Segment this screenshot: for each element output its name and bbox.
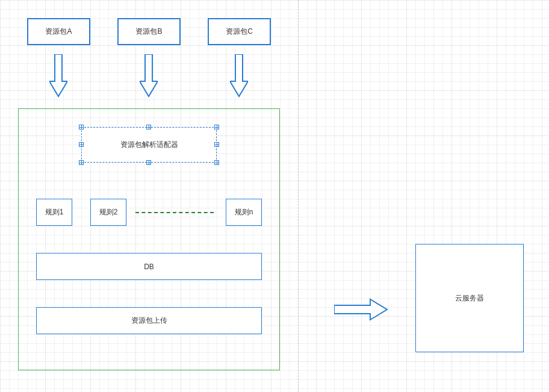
handle-ne[interactable] [214,125,219,129]
arrow-down-b [140,54,158,99]
handle-s[interactable] [146,160,151,165]
handle-w[interactable] [79,142,84,147]
rule-2-box[interactable]: 规则2 [90,199,126,226]
rules-ellipsis-line [135,212,214,213]
package-b-box[interactable]: 资源包B [117,18,181,45]
package-a-box[interactable]: 资源包A [27,18,90,45]
upload-box[interactable]: 资源包上传 [36,307,262,334]
rule-2-label: 规则2 [99,207,118,217]
rule-1-label: 规则1 [45,207,64,217]
package-c-label: 资源包C [226,26,253,37]
arrow-down-a [49,54,67,99]
rule-n-box[interactable]: 规则n [226,199,262,226]
handle-n[interactable] [146,125,151,129]
package-a-label: 资源包A [45,26,72,37]
handle-sw[interactable] [79,160,84,165]
handle-nw[interactable] [79,125,84,129]
package-b-label: 资源包B [135,26,162,37]
adapter-box[interactable]: 资源包解析适配器 [81,127,217,163]
db-box[interactable]: DB [36,253,262,280]
cloud-server-label: 云服务器 [455,293,484,303]
adapter-label: 资源包解析适配器 [120,140,178,150]
rule-n-label: 规则n [235,207,253,217]
package-c-box[interactable]: 资源包C [208,18,271,45]
upload-label: 资源包上传 [131,316,167,326]
rule-1-box[interactable]: 规则1 [36,199,72,226]
cloud-server-box[interactable]: 云服务器 [415,244,524,352]
page-divider [298,0,299,392]
handle-e[interactable] [214,142,219,147]
db-label: DB [144,263,154,271]
handle-se[interactable] [214,160,219,165]
arrow-right-cloud [334,298,388,321]
arrow-down-c [230,54,248,99]
